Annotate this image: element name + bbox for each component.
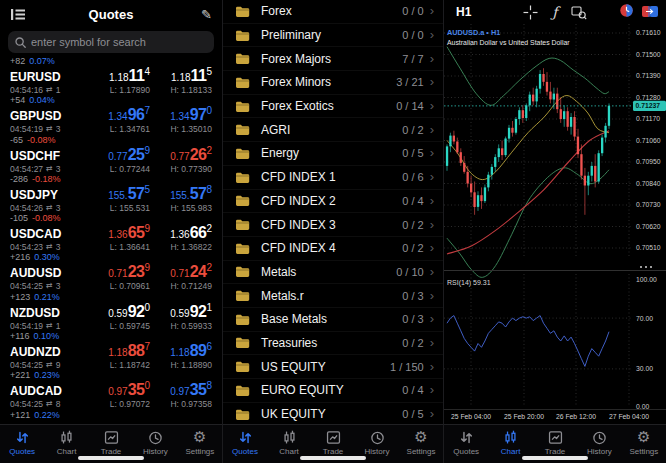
quote-row[interactable]: +1230.21% NZDUSD 0.59920 0.59921 04:54:1… xyxy=(0,291,222,330)
symbol-folder-row[interactable]: Forex Exotics 0 / 14 › xyxy=(223,95,443,119)
search-icon xyxy=(15,37,26,48)
candle xyxy=(532,95,534,102)
chevron-right-icon: › xyxy=(430,196,434,206)
price-chart[interactable]: 0.716100.715000.713900.712800.711700.710… xyxy=(444,24,666,423)
tab-label: Settings xyxy=(629,447,658,456)
home-indicator[interactable] xyxy=(78,456,144,460)
edit-pencil-icon[interactable]: ✎ xyxy=(201,7,212,22)
quote-row[interactable]: -105-0.08% USDCAD 1.36659 1.36662 04:54:… xyxy=(0,212,222,251)
symbol-folder-row[interactable]: Base Metals 0 / 3 › xyxy=(223,308,443,332)
symbol-folder-row[interactable]: Forex Majors 7 / 7 › xyxy=(223,47,443,71)
folder-count: 0 / 6 xyxy=(402,171,423,183)
search-field[interactable] xyxy=(8,31,214,53)
symbol-folder-row[interactable]: CFD INDEX 2 0 / 4 › xyxy=(223,190,443,214)
symbol-folder-row[interactable]: Treasuries 0 / 2 › xyxy=(223,332,443,356)
symbol-folder-row[interactable]: Forex Minors 3 / 21 › xyxy=(223,71,443,95)
symbol-folder-row[interactable]: EURO EQUITY 0 / 4 › xyxy=(223,379,443,403)
candle xyxy=(480,195,482,201)
quote-symbol: USDCAD xyxy=(10,227,61,241)
folder-icon xyxy=(235,171,250,184)
home-indicator[interactable] xyxy=(300,456,366,460)
symbol-folder-row[interactable]: Forex 0 / 0 › xyxy=(223,0,443,24)
symbol-folder-row[interactable]: AGRI 0 / 2 › xyxy=(223,118,443,142)
tab-settings[interactable]: ⚙ Settings xyxy=(178,425,222,463)
quote-symbol: AUDCAD xyxy=(10,384,62,398)
quote-change: +1160.10% xyxy=(10,331,212,342)
tab-quotes[interactable]: Quotes xyxy=(223,425,267,463)
symbol-folder-row[interactable]: CFD INDEX 3 0 / 2 › xyxy=(223,213,443,237)
symbol-folder-row[interactable]: Metals.r 0 / 3 › xyxy=(223,284,443,308)
folder-label: EURO EQUITY xyxy=(261,383,344,397)
candle xyxy=(580,154,582,176)
ask-price: 1.34970 xyxy=(150,107,212,123)
session-clock-icon[interactable] xyxy=(620,3,633,21)
quote-row[interactable]: +2160.30% AUDUSD 0.71239 0.71242 04:54:2… xyxy=(0,251,222,290)
indicator-menu-dots[interactable] xyxy=(650,266,652,268)
symbol-folder-row[interactable]: Metals 0 / 10 › xyxy=(223,261,443,285)
candle xyxy=(539,74,541,89)
quote-symbol: AUDUSD xyxy=(10,266,61,280)
quote-row[interactable]: +540.04% GBPUSD 1.34967 1.34970 04:54:19… xyxy=(0,94,222,133)
tab-settings[interactable]: ⚙ Settings xyxy=(399,425,443,463)
date-axis-label: 25 Feb 04:00 xyxy=(451,413,491,420)
quote-row[interactable]: -65-0.08% USDCHF 0.77259 0.77262 04:54:2… xyxy=(0,134,222,173)
gear-icon: ⚙ xyxy=(414,429,427,446)
date-axis-label: 26 Feb 12:00 xyxy=(556,413,596,420)
tab-quotes[interactable]: Quotes xyxy=(0,425,44,463)
folder-count: 0 / 0 xyxy=(402,5,423,17)
menu-list-icon[interactable] xyxy=(10,8,26,21)
quote-high: H: 1.36822 xyxy=(150,242,212,253)
candle xyxy=(501,148,503,155)
quote-high: H: 0.59933 xyxy=(150,321,212,332)
quote-low: L: 1.17890 xyxy=(84,85,150,96)
price-axis-label: 0.70510 xyxy=(636,244,661,251)
indicator-menu-dots[interactable] xyxy=(645,266,647,268)
folder-icon xyxy=(235,5,250,18)
tab-settings[interactable]: ⚙ Settings xyxy=(622,425,666,463)
bid-price: 1.34967 xyxy=(84,107,150,123)
candle xyxy=(484,187,486,201)
quote-row[interactable]: +1160.10% AUDNZD 1.18887 1.18896 04:54:2… xyxy=(0,330,222,369)
gear-icon: ⚙ xyxy=(193,429,206,446)
candle xyxy=(560,109,562,119)
symbol-folder-row[interactable]: Preliminary 0 / 0 › xyxy=(223,24,443,48)
connection-flag-icon[interactable] xyxy=(642,3,658,21)
tab-quotes[interactable]: Quotes xyxy=(444,425,488,463)
candle xyxy=(511,128,513,133)
function-icon[interactable]: ƒ xyxy=(552,5,557,19)
ask-price: 0.97358 xyxy=(150,382,212,398)
chevron-right-icon: › xyxy=(430,54,434,64)
folder-icon xyxy=(235,52,250,65)
chart-toolbar: H1 ƒ xyxy=(444,0,666,24)
quote-change: +1230.21% xyxy=(10,292,212,303)
candle xyxy=(518,110,520,119)
home-indicator[interactable] xyxy=(522,456,588,460)
quote-symbol: AUDNZD xyxy=(10,345,61,359)
price-axis-label: 0.70730 xyxy=(636,201,661,208)
objects-icon[interactable] xyxy=(571,5,587,20)
quote-row-partial[interactable]: +1210.22% xyxy=(0,409,222,424)
timeframe-button[interactable]: H1 xyxy=(456,5,471,19)
folder-count: 0 / 2 xyxy=(402,219,423,231)
candle xyxy=(460,152,462,163)
crosshair-icon[interactable] xyxy=(523,5,538,20)
search-input[interactable] xyxy=(31,36,207,48)
quote-low: L: 1.34761 xyxy=(84,124,150,135)
chevron-right-icon: › xyxy=(430,148,434,158)
quote-low: L: 1.36641 xyxy=(84,242,150,253)
symbol-folder-row[interactable]: CFD INDEX 1 0 / 6 › xyxy=(223,166,443,190)
indicator-menu-dots[interactable] xyxy=(640,266,642,268)
symbol-folder-row[interactable]: US EQUITY 1 / 150 › xyxy=(223,355,443,379)
symbol-folder-row[interactable]: UK EQUITY 0 / 5 › xyxy=(223,403,443,424)
quote-row[interactable]: +820.07% EURUSD 1.18114 1.18115 04:54:16… xyxy=(0,55,222,94)
quote-row[interactable]: -286-0.18% USDJPY 155.575 155.578 04:54:… xyxy=(0,173,222,212)
chevron-right-icon: › xyxy=(430,30,434,40)
bid-price: 0.97350 xyxy=(84,382,150,398)
symbol-folder-row[interactable]: CFD INDEX 4 0 / 2 › xyxy=(223,237,443,261)
chevron-right-icon: › xyxy=(430,172,434,182)
candle xyxy=(577,137,579,155)
ask-price: 1.18115 xyxy=(150,68,212,84)
folder-label: Base Metals xyxy=(261,312,327,326)
quote-row[interactable]: +2210.23% AUDCAD 0.97350 0.97358 04:54:2… xyxy=(0,369,222,408)
symbol-folder-row[interactable]: Energy 0 / 5 › xyxy=(223,142,443,166)
